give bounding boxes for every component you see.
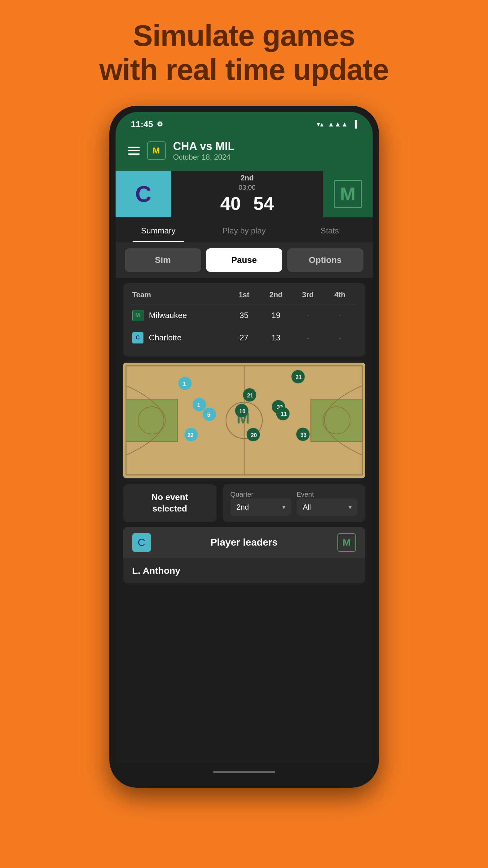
left-team-logo: C <box>116 171 171 217</box>
col-q2-header: 2nd <box>260 290 292 299</box>
svg-text:5: 5 <box>207 412 210 418</box>
right-score: 54 <box>254 193 274 214</box>
cha-leaders-logo: C <box>132 533 151 552</box>
col-q1-header: 1st <box>228 290 260 299</box>
col-q4-header: 4th <box>324 290 356 299</box>
game-time: 03:00 <box>238 184 256 192</box>
filter-selects: Quarter 2nd ▾ Event All ▾ <box>223 484 365 522</box>
right-team-logo: M <box>323 171 373 217</box>
mil-badge: M <box>132 310 143 321</box>
svg-rect-5 <box>311 399 362 441</box>
player-leaders-section: C Player leaders M L. Anthony <box>123 527 365 583</box>
gear-icon: ⚙ <box>157 120 163 128</box>
options-button[interactable]: Options <box>287 248 363 272</box>
status-bar: 11:45 ⚙ ▾▴ ▲▲▲ ▐ <box>116 112 373 134</box>
quarter-filter-label: Quarter 2nd ▾ <box>230 490 292 516</box>
header-line1: Simulate games <box>99 19 389 53</box>
signal-icon: ▲▲▲ <box>328 120 348 128</box>
event-filter-row: No eventselected Quarter 2nd ▾ <box>123 484 365 522</box>
filter-labels: Quarter 2nd ▾ Event All ▾ <box>230 490 358 516</box>
mil-leaders-logo: M <box>337 533 356 552</box>
match-title: CHA vs MIL <box>173 140 235 153</box>
page-header: Simulate games with real time update <box>87 0 401 99</box>
left-score: 40 <box>220 193 241 214</box>
cha-q1: 27 <box>228 333 260 343</box>
svg-text:20: 20 <box>251 432 257 438</box>
phone-shell: 11:45 ⚙ ▾▴ ▲▲▲ ▐ M CHA vs MIL October 18… <box>109 106 379 788</box>
mil-q4: - <box>324 311 356 320</box>
quarter-label: 2nd <box>240 174 254 182</box>
mil-q3: - <box>292 311 324 320</box>
col-q3-header: 3rd <box>292 290 324 299</box>
tab-summary[interactable]: Summary <box>116 217 201 242</box>
sim-button[interactable]: Sim <box>125 248 201 272</box>
event-filter-label: Event All ▾ <box>296 490 358 516</box>
mil-logo: M <box>334 180 362 208</box>
tab-play-by-play[interactable]: Play by play <box>201 217 287 242</box>
home-indicator <box>116 763 373 781</box>
header-title: CHA vs MIL October 18, 2024 <box>173 140 235 161</box>
cha-badge: C <box>132 332 143 343</box>
leaders-title: Player leaders <box>151 537 337 548</box>
score-section: C 2nd 03:00 40 54 M <box>116 168 373 217</box>
tabs-row: Summary Play by play Stats <box>116 217 373 242</box>
battery-icon: ▐ <box>352 120 357 128</box>
cha-q4: - <box>324 333 356 343</box>
svg-text:10: 10 <box>239 408 246 414</box>
svg-text:11: 11 <box>281 411 287 417</box>
status-time: 11:45 ⚙ <box>131 119 163 129</box>
svg-text:1: 1 <box>197 402 200 408</box>
svg-text:33: 33 <box>300 432 306 438</box>
mil-q2: 19 <box>260 311 292 320</box>
cha-q3: - <box>292 333 324 343</box>
sim-controls: Sim Pause Options <box>116 242 373 278</box>
menu-icon[interactable] <box>128 147 140 155</box>
match-date: October 18, 2024 <box>173 153 235 161</box>
score-table: Team 1st 2nd 3rd 4th M Milwaukee 35 19 -… <box>123 283 365 356</box>
svg-rect-4 <box>126 399 177 441</box>
leaders-header: C Player leaders M <box>123 527 365 558</box>
table-row: M Milwaukee 35 19 - - <box>132 304 356 327</box>
cha-q2: 13 <box>260 333 292 343</box>
no-event-text: No eventselected <box>152 492 188 514</box>
svg-text:22: 22 <box>188 432 194 438</box>
phone-screen: 11:45 ⚙ ▾▴ ▲▲▲ ▐ M CHA vs MIL October 18… <box>116 112 373 781</box>
team-cell-cha: C Charlotte <box>132 332 228 343</box>
quarter-select[interactable]: 2nd ▾ <box>230 498 292 516</box>
col-team-header: Team <box>132 290 228 299</box>
no-event-box: No eventselected <box>123 484 217 522</box>
home-bar <box>213 771 275 773</box>
event-select[interactable]: All ▾ <box>296 498 358 516</box>
mil-q1: 35 <box>228 311 260 320</box>
chevron-down-icon: ▾ <box>349 503 352 511</box>
team-logo-header: M <box>147 142 166 160</box>
court-container: M 21 21 33 10 11 20 33 1 <box>123 362 365 479</box>
wifi-icon: ▾▴ <box>317 120 323 128</box>
svg-text:1: 1 <box>183 381 186 387</box>
table-header: Team 1st 2nd 3rd 4th <box>132 290 356 304</box>
time-display: 11:45 <box>131 119 153 129</box>
team-cell-mil: M Milwaukee <box>132 310 228 321</box>
chevron-down-icon: ▾ <box>282 503 285 511</box>
tab-stats[interactable]: Stats <box>287 217 373 242</box>
table-row: C Charlotte 27 13 - - <box>132 327 356 349</box>
svg-text:21: 21 <box>247 392 253 398</box>
player-name: L. Anthony <box>132 565 181 576</box>
player-name-row: L. Anthony <box>123 558 365 583</box>
svg-text:21: 21 <box>296 374 302 380</box>
status-icons: ▾▴ ▲▲▲ ▐ <box>317 120 357 128</box>
scores-row: 40 54 <box>171 193 323 214</box>
app-header: M CHA vs MIL October 18, 2024 <box>116 134 373 168</box>
header-line2: with real time update <box>99 53 389 87</box>
pause-button[interactable]: Pause <box>206 248 282 272</box>
score-center: 2nd 03:00 40 54 <box>171 171 323 217</box>
